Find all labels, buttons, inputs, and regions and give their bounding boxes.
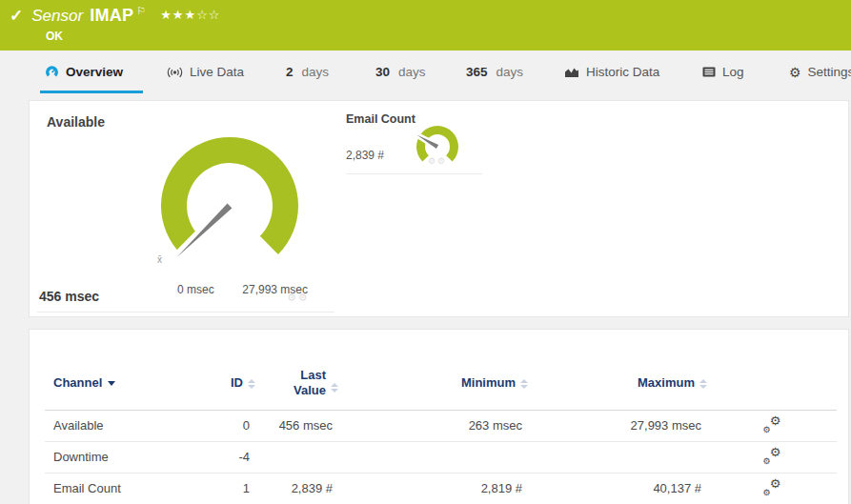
channel-id-cell: 0 xyxy=(220,410,255,441)
maximum-cell: 27,993 msec xyxy=(528,410,707,441)
channel-row-downtime[interactable]: Downtime -4 ⚙⚙ xyxy=(45,441,837,473)
flag-icon[interactable]: ⚐ xyxy=(136,5,146,17)
sensor-name: IMAP xyxy=(90,6,133,26)
channel-row-available[interactable]: Available 0 456 msec 263 msec 27,993 mse… xyxy=(45,410,837,441)
sort-toggle-icon xyxy=(248,379,255,389)
sort-toggle-icon xyxy=(331,383,338,393)
available-gauge xyxy=(153,130,306,282)
live-signal-icon xyxy=(167,67,183,78)
sort-toggle-icon xyxy=(520,379,528,389)
gauge-icon xyxy=(45,66,59,79)
column-header-id[interactable]: ID xyxy=(220,356,255,410)
channel-id-cell: -4 xyxy=(220,441,255,473)
column-header-maximum[interactable]: Maximum xyxy=(528,356,707,410)
minimum-cell xyxy=(338,441,528,473)
channel-settings-icon[interactable]: ⚙⚙ xyxy=(763,416,781,433)
gauge-title: Email Count xyxy=(346,112,415,126)
gauge-tile-email-count[interactable]: Email Count 2,839 # ⚙⚙ xyxy=(346,109,482,174)
channel-table-panel: Channel ID Last Value Minimum Maximum xyxy=(29,329,849,504)
active-tab-indicator xyxy=(40,91,143,93)
gauge-tile-available[interactable]: Available x̄ 0 msec 27,993 msec 456 msec… xyxy=(37,109,334,312)
priority-stars[interactable]: ★★★☆☆ xyxy=(160,8,220,22)
tab-settings[interactable]: ⚙ Settings xyxy=(789,65,851,79)
sensor-status-header: ✓ Sensor IMAP ⚐ ★★★☆☆ OK xyxy=(0,0,851,50)
channel-name-cell[interactable]: Email Count xyxy=(45,473,220,504)
tab-live-data[interactable]: Live Data xyxy=(167,65,244,79)
channel-row-email-count[interactable]: Email Count 1 2,839 # 2,819 # 40,137 # ⚙… xyxy=(45,473,837,504)
gauge-hover-settings-icons[interactable]: ⚙⚙ xyxy=(287,292,310,304)
channel-settings-icon[interactable]: ⚙⚙ xyxy=(763,479,781,495)
channel-settings-icon[interactable]: ⚙⚙ xyxy=(763,448,781,464)
mean-marker: x̄ xyxy=(157,254,162,265)
gauge-current-value: 2,839 # xyxy=(346,149,384,162)
channel-id-cell: 1 xyxy=(220,473,255,504)
channel-name-cell[interactable]: Downtime xyxy=(45,441,220,473)
minimum-cell: 263 msec xyxy=(338,410,528,441)
tab-365-days[interactable]: 365 days xyxy=(466,65,523,79)
last-value-cell xyxy=(255,441,338,473)
gauge-title: Available xyxy=(47,114,105,130)
log-list-icon xyxy=(702,67,716,77)
sensor-status-badge: OK xyxy=(46,30,63,43)
last-value-cell: 2,839 # xyxy=(255,473,338,504)
maximum-cell: 40,137 # xyxy=(528,473,707,504)
tab-2-days[interactable]: 2 days xyxy=(286,65,329,79)
tab-bar: Overview Live Data 2 days 30 days 365 da… xyxy=(0,50,851,100)
stars-filled[interactable]: ★★★ xyxy=(160,8,196,22)
minimum-cell: 2,819 # xyxy=(338,473,528,504)
last-value-cell: 456 msec xyxy=(255,410,338,441)
overview-gauges-panel: Available x̄ 0 msec 27,993 msec 456 msec… xyxy=(29,100,849,317)
ok-check-icon: ✓ xyxy=(10,6,23,26)
tab-log[interactable]: Log xyxy=(702,65,744,79)
gear-icon: ⚙ xyxy=(789,66,801,79)
column-header-actions xyxy=(707,356,837,410)
channel-name-cell[interactable]: Available xyxy=(45,410,220,441)
channel-table: Channel ID Last Value Minimum Maximum xyxy=(45,356,837,504)
maximum-cell xyxy=(528,441,707,473)
gauge-current-value: 456 msec xyxy=(39,289,99,304)
column-header-minimum[interactable]: Minimum xyxy=(338,356,528,410)
tab-overview[interactable]: Overview xyxy=(45,65,123,79)
column-header-last-value[interactable]: Last Value xyxy=(255,356,338,410)
tab-historic-data[interactable]: Historic Data xyxy=(564,65,659,79)
stars-empty[interactable]: ☆☆ xyxy=(196,8,220,22)
tab-30-days[interactable]: 30 days xyxy=(375,65,426,79)
sort-toggle-icon xyxy=(699,379,707,389)
column-header-channel[interactable]: Channel xyxy=(45,356,220,410)
object-kind-label: Sensor xyxy=(31,7,83,26)
sort-desc-icon xyxy=(108,381,115,386)
gauge-hover-settings-icons[interactable]: ⚙⚙ xyxy=(428,156,447,166)
area-chart-icon xyxy=(564,67,579,78)
